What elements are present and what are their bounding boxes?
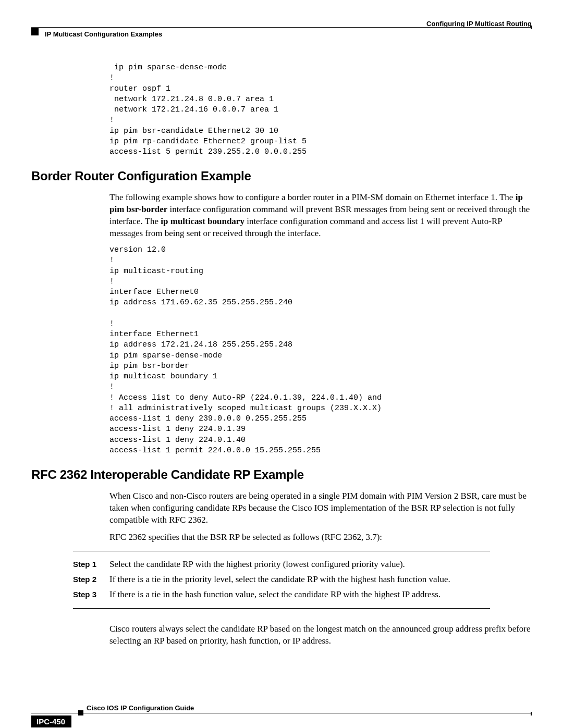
step-row: Step 2 If there is a tie in the priority… xyxy=(73,574,532,586)
section1-paragraph: The following example shows how to confi… xyxy=(109,192,532,240)
running-head-tick xyxy=(531,26,532,29)
step-row: Step 3 If there is a tie in the hash fun… xyxy=(73,589,532,601)
running-head: Configuring IP Multicast Routing IP Mult… xyxy=(31,20,532,36)
code-block-1: ip pim sparse-dense-mode ! router ospf 1… xyxy=(109,63,532,157)
steps-rule-top xyxy=(73,551,490,551)
section2-paragraph2: RFC 2362 specifies that the BSR RP be se… xyxy=(109,532,532,544)
running-head-section: IP Multicast Configuration Examples xyxy=(45,30,162,38)
footer-tick xyxy=(531,712,532,715)
para-text: The following example shows how to confi… xyxy=(109,192,516,202)
heading-border-router: Border Router Configuration Example xyxy=(31,169,532,183)
running-head-square-icon xyxy=(31,28,39,35)
step-text: If there is a tie in the priority level,… xyxy=(109,574,450,586)
footer: Cisco IOS IP Configuration Guide IPC-450 xyxy=(31,713,532,713)
step-label: Step 3 xyxy=(73,589,109,601)
heading-rfc2362: RFC 2362 Interoperable Candidate RP Exam… xyxy=(31,467,532,482)
command-name: ip multicast boundary xyxy=(161,216,244,226)
section2-paragraph1: When Cisco and non-Cisco routers are bei… xyxy=(109,490,532,526)
running-head-module: Configuring IP Multicast Routing xyxy=(426,20,532,28)
step-label: Step 1 xyxy=(73,559,109,571)
footer-book-title: Cisco IOS IP Configuration Guide xyxy=(87,704,194,712)
steps-rule-bottom xyxy=(73,608,490,609)
running-head-rule xyxy=(31,27,532,28)
content: ip pim sparse-dense-mode ! router ospf 1… xyxy=(31,63,532,647)
page-number: IPC-450 xyxy=(31,715,71,727)
page: Configuring IP Multicast Routing IP Mult… xyxy=(0,0,563,728)
step-text: If there is a tie in the hash function v… xyxy=(109,589,440,601)
step-label: Step 2 xyxy=(73,574,109,586)
footer-rule: Cisco IOS IP Configuration Guide IPC-450 xyxy=(31,713,532,713)
step-text: Select the candidate RP with the highest… xyxy=(109,559,405,571)
step-row: Step 1 Select the candidate RP with the … xyxy=(73,559,532,571)
footer-square-icon xyxy=(78,710,83,715)
section2-paragraph3: Cisco routers always select the candidat… xyxy=(109,623,532,647)
code-block-2: version 12.0 ! ip multicast-routing ! in… xyxy=(109,245,532,456)
